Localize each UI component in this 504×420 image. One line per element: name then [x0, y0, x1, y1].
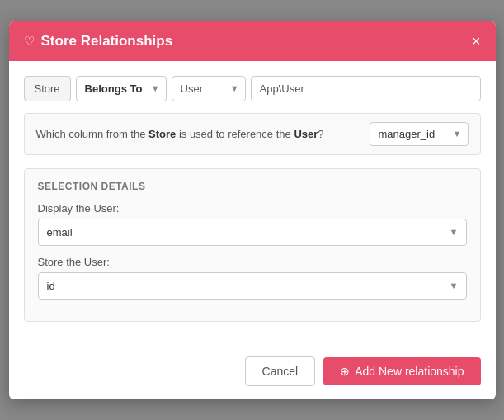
belongs-to-select[interactable]: Belongs To Has Many Has One	[76, 76, 167, 101]
column-row: Which column from the Store is used to r…	[24, 113, 481, 155]
display-user-select-wrapper: email name id ▼	[38, 219, 467, 246]
store-user-select-wrapper: id name email ▼	[38, 272, 467, 300]
selection-details-title: Selection Details	[38, 181, 467, 192]
store-user-label: Store the User:	[38, 256, 467, 268]
cancel-button[interactable]: Cancel	[245, 356, 316, 386]
column-select-wrapper: manager_id user_id owner_id ▼	[370, 122, 469, 146]
selection-details: Selection Details Display the User: emai…	[24, 168, 481, 322]
close-button[interactable]: ×	[472, 34, 481, 49]
display-user-group: Display the User: email name id ▼	[38, 202, 467, 246]
column-question: Which column from the Store is used to r…	[36, 128, 361, 140]
add-icon: ⊕	[340, 365, 350, 378]
modal: ♡ Store Relationships × Store Belongs To…	[9, 21, 496, 399]
display-user-select[interactable]: email name id	[38, 219, 467, 246]
relationship-row: Store Belongs To Has Many Has One ▼ User…	[24, 76, 481, 101]
store-emphasis: Store	[148, 128, 176, 140]
display-user-label: Display the User:	[38, 202, 467, 215]
question-mid: is used to reference the	[176, 128, 294, 140]
user-select[interactable]: User Product Order	[172, 76, 246, 101]
heart-icon: ♡	[24, 34, 35, 49]
store-label: Store	[24, 76, 71, 101]
column-select[interactable]: manager_id user_id owner_id	[370, 122, 469, 146]
add-label: Add New relationship	[355, 365, 464, 378]
question-prefix: Which column from the	[36, 128, 149, 140]
add-relationship-button[interactable]: ⊕ Add New relationship	[323, 357, 480, 385]
modal-footer: Cancel ⊕ Add New relationship	[9, 347, 496, 399]
belongs-to-wrapper: Belongs To Has Many Has One ▼	[76, 76, 167, 101]
modal-overlay: ♡ Store Relationships × Store Belongs To…	[0, 0, 504, 420]
user-wrapper: User Product Order ▼	[172, 76, 246, 101]
user-emphasis: User	[294, 128, 318, 140]
modal-title: Store Relationships	[41, 33, 173, 50]
modal-header-left: ♡ Store Relationships	[24, 33, 173, 50]
store-user-select[interactable]: id name email	[38, 272, 467, 300]
appuser-input[interactable]	[251, 76, 481, 101]
question-suffix: ?	[318, 128, 323, 140]
store-user-group: Store the User: id name email ▼	[38, 256, 467, 300]
modal-header: ♡ Store Relationships ×	[9, 21, 496, 61]
modal-body: Store Belongs To Has Many Has One ▼ User…	[9, 61, 496, 347]
